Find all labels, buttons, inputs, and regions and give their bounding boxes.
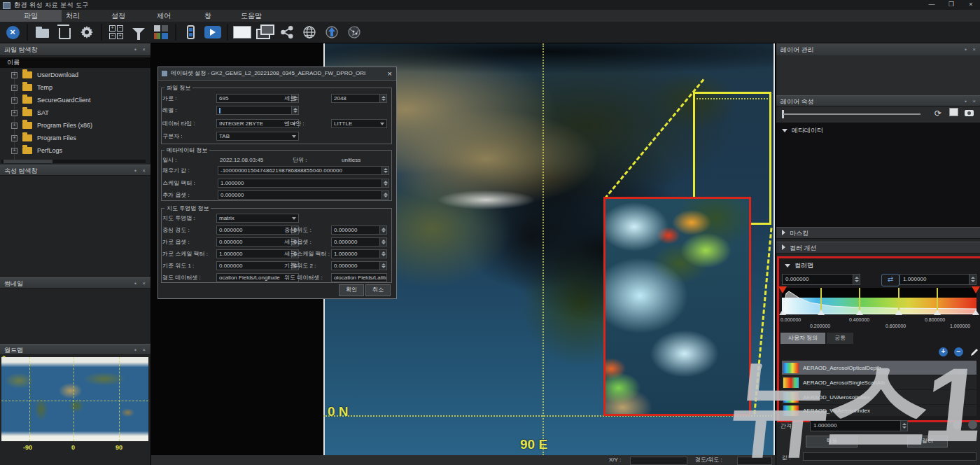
panel-header-icons[interactable]: ▪ × [134,278,148,289]
globe-icon[interactable] [300,24,319,41]
spinner[interactable] [379,250,386,258]
std-lat2-input[interactable]: 0.000000 [331,261,387,270]
remove-colormap-icon[interactable]: − [954,347,963,356]
cascade-windows-icon[interactable] [255,24,274,41]
spinner[interactable] [382,179,388,187]
expand-icon[interactable]: + [11,72,18,78]
offset-input[interactable]: 0.000000 [218,190,389,200]
stop-handle[interactable] [818,310,825,315]
layer-item[interactable]: AERAOD_UVAerosolIndex [782,390,976,404]
expand-icon[interactable]: + [11,110,18,116]
expand-icon[interactable]: + [11,85,18,91]
spinner[interactable] [379,226,386,234]
folder-row[interactable]: +PerfLogs [0,144,150,157]
y-scale-input[interactable]: 1.000000 [331,249,387,258]
opacity-slider[interactable] [783,113,920,115]
save-icon[interactable] [947,108,960,119]
settings-gear-icon[interactable] [77,24,97,41]
range-handle-right[interactable] [972,286,980,293]
expand-icon[interactable]: + [11,148,18,154]
globe-upload-icon[interactable] [322,24,342,41]
panel-header-icons[interactable]: ▪ × [965,96,978,107]
menu-process[interactable]: 처리 [56,10,90,22]
open-folder-icon[interactable] [32,24,52,41]
fill-value-input[interactable]: -10000000150474862198786888855040.000000 [218,166,389,175]
folder-row[interactable]: +Program Files (x86) [0,119,150,132]
folder-row[interactable]: +UserDownload [0,69,150,81]
colormap-expander[interactable]: 컬러맵 [785,261,813,270]
spinner[interactable] [900,421,907,431]
horizontal-scrollbar[interactable] [1,160,146,163]
dialog-close-icon[interactable]: × [388,67,392,80]
menu-window[interactable]: 창 [195,10,221,22]
expand-icon[interactable]: + [11,97,18,104]
play-icon[interactable] [203,24,223,41]
spinner[interactable] [969,275,976,284]
globe-network-icon[interactable] [344,24,364,41]
delimiter-dropdown[interactable]: TAB [216,132,299,141]
maximize-button[interactable]: ❐ [942,0,960,10]
spinner[interactable] [379,238,386,246]
circle-button[interactable] [953,420,962,429]
new-window-icon[interactable] [232,24,252,41]
aerosol-inset-map[interactable] [603,197,751,416]
panel-header-icons[interactable]: ▪ × [965,44,978,55]
dataset-icon[interactable] [181,24,200,41]
masking-section[interactable]: 마스킹 [776,227,980,239]
metadata-expander[interactable]: 메타데이터 [782,126,823,135]
color-enhance-section[interactable]: 컬러 개선 [776,242,980,254]
spinner[interactable] [382,191,388,199]
center-lat-input[interactable]: 0.000000 [331,225,387,235]
circle-button[interactable] [968,420,977,429]
endian-dropdown[interactable]: LITTLE [331,119,387,128]
delete-icon[interactable] [55,24,74,41]
y-offset-input[interactable]: 0.000000 [331,237,387,247]
interval-input[interactable]: 1.000000 [810,420,908,431]
panel-header-icons[interactable]: ▪ × [134,44,148,55]
expand-icon[interactable]: + [11,123,18,129]
worldmap-image[interactable] [1,357,148,441]
color-button[interactable]: 컬러 [907,436,948,447]
swap-range-icon[interactable]: ⇄ [881,274,899,286]
add-colormap-icon[interactable]: + [939,347,948,356]
dialog-title-bar[interactable]: 데이터셋 설정 - GK2_GEMS_L2_20221208_0345_AERA… [158,67,396,81]
column-header-name[interactable]: 이름 [0,57,150,68]
close-icon[interactable]: × [3,24,22,41]
panel-header-icons[interactable]: ▪ × [134,345,148,356]
folder-row[interactable]: +Program Files [0,132,150,144]
stop-handle[interactable] [895,310,902,315]
tab-common[interactable]: 공통 [827,333,853,344]
spinner[interactable] [291,106,298,114]
camera-icon[interactable] [962,108,975,119]
lat-dataset-input[interactable]: olocation Fields/Latitude [331,273,387,282]
apply-button[interactable]: 적용 [806,436,858,447]
layer-item[interactable]: AERAOD_AerosolSingleScattAlb [782,375,976,389]
stop-handle[interactable] [972,310,979,315]
height-input[interactable]: 2048 [331,94,387,103]
folder-row[interactable]: +SAT [0,106,150,119]
colormap-min-input[interactable]: 0.000000 [782,274,860,285]
folder-row[interactable]: +Temp [0,81,150,94]
stop-handle[interactable] [856,310,863,315]
level-input[interactable] [216,106,299,115]
tile-grid-zoom-icon[interactable]: +−−+ [106,24,126,41]
cancel-button[interactable]: 취소 [365,284,391,296]
stop-handle[interactable] [779,310,786,315]
share-icon[interactable] [277,24,297,41]
spinner[interactable] [853,275,860,284]
folder-row[interactable]: +SecureGuardClient [0,94,150,106]
menu-file[interactable]: 파일 [0,10,62,22]
range-handle-left[interactable] [778,286,787,293]
menu-settings[interactable]: 설정 [102,10,135,22]
ok-button[interactable]: 확인 [339,284,364,296]
color-tiles-icon[interactable] [151,24,171,41]
scale-factor-input[interactable]: 1.000000 [218,179,389,188]
filter-icon[interactable] [129,24,148,41]
colormap-max-input[interactable]: 1.000000 [899,274,976,285]
colormap-histogram[interactable] [782,288,976,314]
scroll-thumb[interactable] [4,160,52,163]
layer-item[interactable]: AERAOD_VisAerosolIndex [782,405,976,416]
menu-control[interactable]: 제어 [147,10,181,22]
panel-header-icons[interactable]: ▪ × [134,165,148,176]
expand-icon[interactable]: + [11,135,18,141]
